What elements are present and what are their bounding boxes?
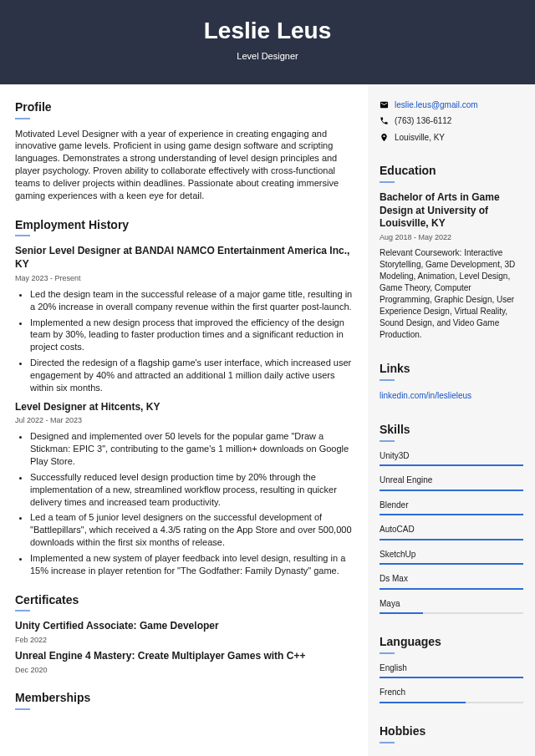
skill-bar [380, 588, 523, 590]
divider [380, 652, 395, 654]
skill-name: SketchUp [380, 549, 523, 561]
skill-name: Unreal Engine [380, 474, 523, 486]
list-item: Led a team of 5 junior level designers o… [30, 511, 354, 549]
list-item: Led the design team in the successful re… [30, 288, 354, 313]
contact-location: Louisville, KY [380, 132, 523, 144]
name: Leslie Leus [0, 15, 535, 47]
job-date: May 2023 - Present [15, 273, 354, 283]
divider [15, 610, 30, 611]
email-icon [380, 100, 389, 109]
hobbies-heading: Hobbies [380, 723, 523, 739]
profile-section: Profile Motivated Level Designer with a … [15, 99, 354, 202]
list-item: Successfully reduced level design produc… [30, 471, 354, 509]
skill-bar [380, 563, 523, 565]
list-item: Implemented a new design process that im… [30, 317, 354, 354]
employment-heading: Employment History [15, 217, 354, 233]
employment-section: Employment History Senior Level Designer… [15, 217, 354, 577]
location-icon [380, 133, 389, 142]
job-date: Jul 2022 - Mar 2023 [15, 415, 354, 425]
skill-name: Blender [380, 500, 523, 511]
location-text: Louisville, KY [395, 132, 445, 144]
memberships-section: Memberships [15, 690, 354, 710]
list-item: Directed the redesign of a flagship game… [30, 357, 354, 394]
education-title: Bachelor of Arts in Game Design at Unive… [380, 191, 523, 231]
skills-heading: Skills [380, 422, 523, 438]
skill-bar [380, 702, 523, 703]
education-date: Aug 2018 - May 2022 [380, 232, 523, 242]
list-item: Designed and implemented over 50 levels … [30, 430, 354, 468]
cert-title: Unreal Engine 4 Mastery: Create Multipla… [15, 650, 354, 663]
skill-bar [380, 677, 523, 678]
divider [380, 379, 395, 381]
divider [380, 440, 395, 442]
skill-name: Maya [380, 598, 523, 610]
list-item: Implemented a new system of player feedb… [30, 552, 354, 577]
divider [15, 708, 30, 710]
linkedin-link[interactable]: linkedin.com/in/leslieleus [380, 391, 471, 400]
skill-name: Unity3D [380, 450, 523, 462]
email-link[interactable]: leslie.leus@gmail.com [395, 99, 478, 111]
links-heading: Links [380, 361, 523, 377]
languages-heading: Languages [380, 634, 523, 650]
skill-bar [380, 539, 523, 540]
education-desc: Relevant Coursework: Interactive Storyte… [380, 247, 523, 341]
job-title: Level Designer [0, 50, 535, 63]
skill-name: Ds Max [380, 573, 523, 585]
skill-name: AutoCAD [380, 524, 523, 535]
education-heading: Education [380, 163, 523, 179]
skill-bar [380, 464, 523, 466]
skill-bar [380, 514, 523, 515]
job-title: Level Designer at Hitcents, KY [15, 401, 354, 414]
links-section: Links linkedin.com/in/leslieleus [380, 361, 523, 402]
job-bullets: Designed and implemented over 50 levels … [15, 430, 354, 576]
divider [380, 181, 395, 183]
divider [15, 118, 30, 119]
languages-section: Languages English French [380, 634, 523, 703]
main-column: Profile Motivated Level Designer with a … [0, 84, 368, 756]
contact-email: leslie.leus@gmail.com [380, 99, 523, 111]
skills-section: Skills Unity3D Unreal Engine Blender Aut… [380, 422, 523, 614]
divider [15, 235, 30, 236]
skill-name: English [380, 662, 523, 674]
profile-heading: Profile [15, 99, 354, 115]
phone-icon [380, 116, 389, 125]
contact-phone: (763) 136-6112 [380, 115, 523, 127]
education-section: Education Bachelor of Arts in Game Desig… [380, 163, 523, 341]
header: Leslie Leus Level Designer [0, 0, 535, 84]
cert-title: Unity Certified Associate: Game Develope… [15, 620, 354, 633]
certificates-heading: Certificates [15, 592, 354, 608]
profile-text: Motivated Level Designer with a year of … [15, 128, 354, 202]
hobbies-section: Hobbies [380, 723, 523, 743]
skill-name: French [380, 687, 523, 698]
contact-section: leslie.leus@gmail.com (763) 136-6112 Lou… [380, 99, 523, 144]
cert-date: Feb 2022 [15, 635, 354, 645]
phone-text: (763) 136-6112 [395, 115, 451, 127]
memberships-heading: Memberships [15, 690, 354, 706]
divider [380, 742, 395, 743]
skill-bar [380, 612, 523, 614]
job-bullets: Led the design team in the successful re… [15, 288, 354, 394]
skill-bar [380, 490, 523, 491]
certificates-section: Certificates Unity Certified Associate: … [15, 592, 354, 675]
sidebar: leslie.leus@gmail.com (763) 136-6112 Lou… [368, 84, 535, 756]
cert-date: Dec 2020 [15, 665, 354, 675]
job-title: Senior Level Designer at BANDAI NAMCO En… [15, 245, 354, 271]
